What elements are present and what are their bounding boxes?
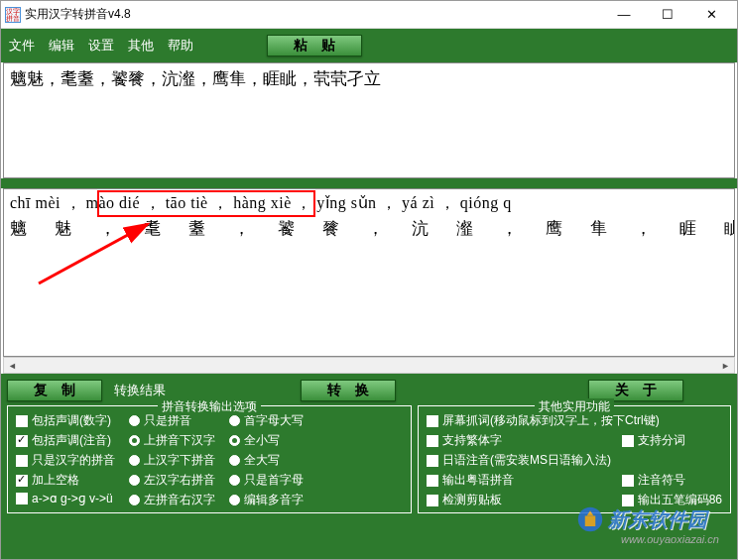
option-input[interactable] xyxy=(427,495,438,506)
option-input[interactable] xyxy=(229,435,240,446)
option-label: 检测剪贴板 xyxy=(442,492,502,508)
option-fl2-3[interactable]: 左汉字右拼音 xyxy=(129,472,215,489)
paste-button[interactable]: 粘贴 xyxy=(267,35,362,56)
fieldset-pinyin-options: 拼音转换输出选项 包括声调(数字)包括声调(注音)只是汉字的拼音加上空格a->ɑ… xyxy=(7,405,412,513)
option-label: 日语注音(需安装MS日语输入法) xyxy=(442,452,611,469)
hanzi-char: 餮 xyxy=(322,219,339,238)
option-fl2-1[interactable]: 上拼音下汉字 xyxy=(129,432,215,449)
option-input[interactable] xyxy=(229,455,240,466)
svg-line-0 xyxy=(39,224,148,283)
output-pane[interactable]: chī mèi ， mào dié ， tāo tiè ， hàng xiè ，… xyxy=(3,188,735,357)
scroll-track[interactable] xyxy=(21,358,717,373)
scroll-left-button[interactable]: ◄ xyxy=(4,358,21,373)
option-fl3-4[interactable]: 编辑多音字 xyxy=(229,492,304,508)
option-right-2-0[interactable]: 日语注音(需安装MS日语输入法) xyxy=(427,452,722,469)
option-input[interactable] xyxy=(16,455,28,467)
arrow-annotation xyxy=(34,219,173,288)
option-fl1-4[interactable]: a->ɑ g->ɡ v->ü xyxy=(16,492,115,505)
option-input[interactable] xyxy=(129,455,140,466)
option-right-1-1[interactable]: 支持分词 xyxy=(622,432,722,449)
hanzi-char: 鹰 xyxy=(546,219,562,238)
option-input[interactable] xyxy=(427,435,438,447)
option-label: 支持分词 xyxy=(638,432,685,449)
option-label: 上汉字下拼音 xyxy=(144,452,215,469)
option-input[interactable] xyxy=(229,495,240,505)
scroll-right-button[interactable]: ► xyxy=(717,358,734,373)
option-fl3-3[interactable]: 只是首字母 xyxy=(229,472,304,489)
option-input[interactable] xyxy=(129,415,140,426)
minimize-button[interactable]: — xyxy=(602,3,646,27)
hanzi-char: 魑 xyxy=(10,219,27,238)
option-right-4-1[interactable]: 输出五笔编码86 xyxy=(622,492,722,508)
hanzi-char: ， xyxy=(635,219,652,238)
option-label: 包括声调(注音) xyxy=(32,432,111,449)
option-right-3-0[interactable]: 输出粤语拼音 xyxy=(427,472,608,489)
option-input[interactable] xyxy=(16,493,28,504)
option-right-1-0[interactable]: 支持繁体字 xyxy=(427,432,608,449)
option-input[interactable] xyxy=(427,455,438,467)
option-input[interactable] xyxy=(129,435,140,446)
option-input[interactable] xyxy=(129,495,140,505)
input-text: 魑魅，耄耋，饕餮，沆瀣，鹰隼，睚眦，茕茕孑立 xyxy=(10,69,381,88)
option-input[interactable] xyxy=(622,495,634,506)
hanzi-char: 睚 xyxy=(679,219,696,238)
option-fl3-1[interactable]: 全小写 xyxy=(229,432,304,449)
option-label: 编辑多音字 xyxy=(244,492,304,508)
option-label: 左汉字右拼音 xyxy=(144,472,215,489)
fieldset-legend-pinyin: 拼音转换输出选项 xyxy=(158,398,261,415)
menu-settings[interactable]: 设置 xyxy=(88,37,114,55)
option-fl1-0[interactable]: 包括声调(数字) xyxy=(16,412,115,429)
watermark-url: www.ouyaoxiazai.cn xyxy=(621,533,719,545)
option-input[interactable] xyxy=(16,435,28,447)
option-input[interactable] xyxy=(16,415,28,427)
option-fl1-3[interactable]: 加上空格 xyxy=(16,472,115,489)
titlebar: 汉字拼音 实用汉字转拼音v4.8 — ☐ ✕ xyxy=(1,1,737,29)
menu-edit[interactable]: 编辑 xyxy=(49,37,74,55)
fieldset-legend-other: 其他实用功能 xyxy=(535,398,614,415)
hanzi-char: ， xyxy=(367,219,384,238)
option-input[interactable] xyxy=(229,415,240,426)
splitter[interactable] xyxy=(1,178,737,188)
menu-help[interactable]: 帮助 xyxy=(168,37,193,55)
copy-button[interactable]: 复制 xyxy=(7,380,102,401)
option-input[interactable] xyxy=(229,475,240,486)
close-button[interactable]: ✕ xyxy=(689,3,733,27)
menu-other[interactable]: 其他 xyxy=(128,37,154,55)
option-label: 左拼音右汉字 xyxy=(144,492,215,508)
option-input[interactable] xyxy=(622,435,634,447)
convert-button[interactable]: 转换 xyxy=(301,380,396,401)
input-textarea[interactable]: 魑魅，耄耋，饕餮，沆瀣，鹰隼，睚眦，茕茕孑立 xyxy=(3,62,735,178)
option-label: 全小写 xyxy=(244,432,280,449)
option-right-4-0[interactable]: 检测剪贴板 xyxy=(427,492,608,508)
option-label: 支持繁体字 xyxy=(442,432,502,449)
hanzi-char: ， xyxy=(501,219,518,238)
option-fl2-4[interactable]: 左拼音右汉字 xyxy=(129,492,215,508)
option-fl1-2[interactable]: 只是汉字的拼音 xyxy=(16,452,115,469)
option-input[interactable] xyxy=(622,475,634,487)
hanzi-char: 饕 xyxy=(278,219,295,238)
option-input[interactable] xyxy=(427,475,438,487)
option-fl2-2[interactable]: 上汉字下拼音 xyxy=(129,452,215,469)
app-icon: 汉字拼音 xyxy=(5,7,21,23)
option-input[interactable] xyxy=(16,475,28,487)
option-input[interactable] xyxy=(427,415,438,427)
hanzi-char: 隼 xyxy=(590,219,607,238)
option-label: 包括声调(数字) xyxy=(32,412,111,429)
option-fl3-2[interactable]: 全大写 xyxy=(229,452,304,469)
option-label: 注音符号 xyxy=(638,472,685,489)
hanzi-char: ， xyxy=(233,219,250,238)
option-input[interactable] xyxy=(129,475,140,486)
option-label: 上拼音下汉字 xyxy=(144,432,215,449)
option-label: 输出粤语拼音 xyxy=(442,472,514,489)
option-label: a->ɑ g->ɡ v->ü xyxy=(32,492,113,505)
svg-rect-2 xyxy=(585,516,596,527)
window-title: 实用汉字转拼音v4.8 xyxy=(25,6,602,23)
option-fl1-1[interactable]: 包括声调(注音) xyxy=(16,432,115,449)
option-right-3-1[interactable]: 注音符号 xyxy=(622,472,722,489)
control-panel: 复制 转换结果 转换 关于 拼音转换输出选项 包括声调(数字)包括声调(注音)只… xyxy=(1,374,737,559)
option-label: 只是汉字的拼音 xyxy=(32,452,115,469)
maximize-button[interactable]: ☐ xyxy=(646,3,689,27)
horizontal-scrollbar[interactable]: ◄ ► xyxy=(3,357,735,374)
highlight-annotation xyxy=(97,190,315,217)
menu-file[interactable]: 文件 xyxy=(9,37,35,55)
